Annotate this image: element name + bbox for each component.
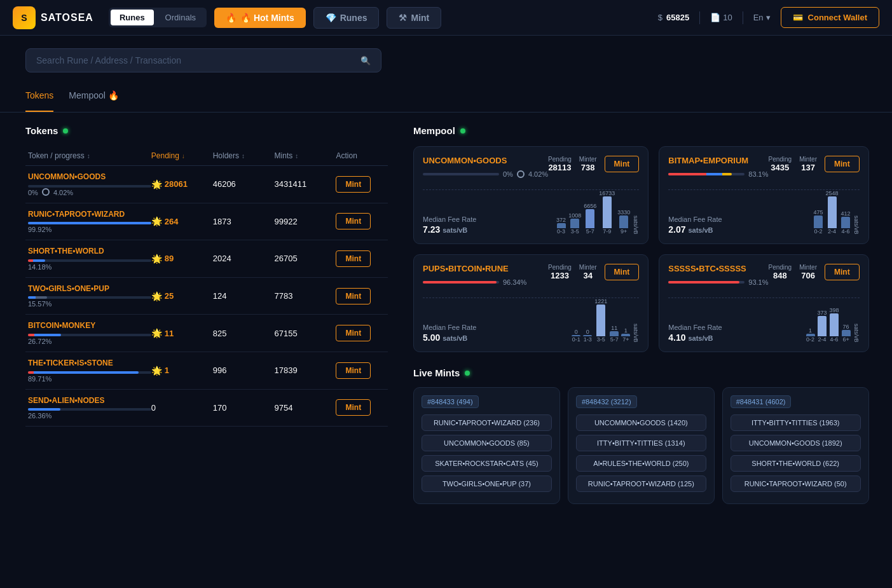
tokens-header: Tokens [25, 125, 388, 136]
holders-cell: 996 [213, 366, 275, 375]
pending-cell: 🌟 28061 [151, 179, 213, 189]
page-tabs: Tokens Mempool 🔥 [0, 85, 892, 113]
circle-progress-icon [42, 188, 50, 196]
progress-bar [28, 334, 151, 336]
tokens-table: Token / progress ↕ Pending ↓ Holders ↕ M… [25, 146, 388, 427]
sort-icon-token[interactable]: ↕ [87, 153, 90, 160]
header: S SATOSEA Runes Ordinals 🔥 🔥 Hot Mints 💎… [0, 0, 892, 36]
token-name-cell: UNCOMMON•GOODS 0% 4.02% [28, 172, 151, 196]
mini-chart: 0 0-1 0 1-3 1221 3-5 [572, 304, 639, 343]
token-name-cell: RUNIC•TAPROOT•WIZARD 99.92% [28, 210, 151, 234]
progress-bar [28, 222, 151, 224]
mint-item: UNCOMMON•GOODS (1892) [731, 435, 861, 451]
action-cell: Mint [336, 362, 385, 379]
mini-chart: 1 0-2 373 2-4 398 4-6 [806, 304, 860, 343]
logo-text: SATOSEA [41, 12, 93, 24]
main-content: Tokens Token / progress ↕ Pending ↓ Hold… [0, 113, 892, 517]
fee-section: Median Fee Rate 4.10 sats/vB 1 0-2 373 2… [668, 304, 859, 343]
sun-icon: 🌟 [151, 291, 162, 301]
chevron-down-icon: ▾ [766, 13, 771, 22]
tokens-panel: Tokens Token / progress ↕ Pending ↓ Hold… [25, 125, 388, 504]
hot-mints-button[interactable]: 🔥 🔥 Hot Mints [214, 8, 306, 28]
action-cell: Mint [336, 213, 385, 229]
mint-button[interactable]: Mint [336, 325, 371, 341]
mint-button[interactable]: Mint [825, 156, 860, 172]
progress-bar [28, 408, 151, 411]
mint-button[interactable]: Mint [336, 213, 371, 229]
nav-tab-runes[interactable]: Runes [111, 10, 154, 25]
mints-cell: 99922 [275, 217, 336, 226]
action-cell: Mint [336, 176, 385, 193]
logo: S SATOSEA [13, 6, 93, 29]
action-cell: Mint [336, 288, 385, 304]
live-mint-card-3: #848431 (4602) ITTY•BITTY•TITTIES (1963)… [722, 387, 869, 504]
table-row: SEND•ALIEN•NODES 26.36% 0 170 9754 Mint [25, 390, 388, 427]
mint-button[interactable]: Mint [336, 399, 371, 416]
action-cell: Mint [336, 250, 385, 267]
block-icon: 📄 [710, 13, 720, 22]
pending-cell: 🌟 264 [151, 216, 213, 226]
sort-icon-holders[interactable]: ↕ [242, 153, 245, 160]
mint-item: SHORT•THE•WORLD (622) [731, 455, 861, 472]
mini-chart: 475 0-2 2548 2-4 412 4-6 [814, 196, 860, 235]
pending-cell: 0 [151, 403, 213, 413]
mint-button[interactable]: Mint [336, 250, 371, 267]
table-row: BITCOIN•MONKEY 26.72% 🌟 11 825 67155 Min… [25, 315, 388, 352]
mempool-header: Mempool [413, 125, 869, 136]
table-row: SHORT•THE•WORLD 14.18% 🌟 89 2024 26705 M… [25, 240, 388, 278]
pending-stat: Pending 848 [768, 264, 792, 280]
mempool-title: Mempool [413, 125, 455, 136]
holders-cell: 124 [213, 291, 275, 301]
circle-icon [517, 170, 525, 178]
token-name-cell: SEND•ALIEN•NODES 26.36% [28, 396, 151, 420]
nav-tab-ordinals[interactable]: Ordinals [156, 10, 205, 25]
minter-stat: Minter 137 [799, 156, 817, 172]
holders-cell: 46206 [213, 179, 275, 189]
runes-nav-button[interactable]: 💎 Runes [313, 7, 380, 29]
search-icon[interactable]: 🔍 [360, 56, 371, 65]
progress-bar [28, 296, 151, 299]
pending-stat: Pending 3435 [768, 156, 792, 172]
mint-button[interactable]: Mint [336, 176, 371, 193]
tab-tokens[interactable]: Tokens [25, 85, 53, 106]
card-divider [668, 297, 859, 298]
card-header: UNCOMMON•GOODS 0% 4.02% [423, 156, 639, 183]
token-name-cell: SHORT•THE•WORLD 14.18% [28, 247, 151, 271]
tab-mempool[interactable]: Mempool 🔥 [69, 85, 118, 106]
th-mints: Mints ↕ [275, 151, 336, 160]
mint-button[interactable]: Mint [605, 156, 640, 172]
pending-cell: 🌟 89 [151, 254, 213, 264]
fee-section: Median Fee Rate 2.07 sats/vB 475 0-2 254… [668, 196, 859, 235]
mint-button[interactable]: Mint [336, 362, 371, 379]
live-mints-status-dot [465, 371, 470, 376]
token-name-cell: BITCOIN•MONKEY 26.72% [28, 321, 151, 345]
token-name-cell: TWO•GIRLS•ONE•PUP 15.57% [28, 284, 151, 308]
mint-item: UNCOMMON•GOODS (1420) [576, 414, 706, 431]
mint-nav-button[interactable]: ⚒ Mint [387, 7, 441, 29]
sun-icon: 🌟 [151, 254, 162, 264]
mint-item: RUNIC•TAPROOT•WIZARD (125) [576, 475, 706, 492]
holders-cell: 170 [213, 403, 275, 413]
mints-cell: 67155 [275, 329, 336, 338]
search-input[interactable] [36, 55, 354, 65]
mini-chart: 372 0-3 1008 3-5 6656 5-7 [556, 196, 639, 235]
mint-item: RUNIC•TAPROOT•WIZARD (236) [422, 414, 552, 431]
table-header: Token / progress ↕ Pending ↓ Holders ↕ M… [25, 146, 388, 166]
sort-icon-pending[interactable]: ↓ [182, 153, 185, 160]
live-mint-card-2: #848432 (3212) UNCOMMON•GOODS (1420) ITT… [568, 387, 715, 504]
block-info: 📄 10 [710, 13, 732, 22]
mint-button[interactable]: Mint [336, 288, 371, 304]
connect-wallet-button[interactable]: 💳 Connect Wallet [781, 7, 879, 28]
table-row: THE•TICKER•IS•STONE 89.71% 🌟 1 996 17839… [25, 352, 388, 390]
pending-cell: 🌟 11 [151, 328, 213, 338]
sun-icon: 🌟 [151, 216, 162, 226]
table-row: TWO•GIRLS•ONE•PUP 15.57% 🌟 25 124 7783 M… [25, 278, 388, 315]
block-badge-2: #848432 (3212) [576, 395, 637, 408]
mints-cell: 7783 [275, 291, 336, 301]
mint-button[interactable]: Mint [825, 264, 860, 280]
lang-selector[interactable]: En ▾ [753, 13, 771, 22]
mint-button[interactable]: Mint [605, 264, 640, 280]
pending-cell: 🌟 25 [151, 291, 213, 301]
mints-cell: 3431411 [275, 179, 336, 189]
sort-icon-mints[interactable]: ↕ [295, 153, 298, 160]
